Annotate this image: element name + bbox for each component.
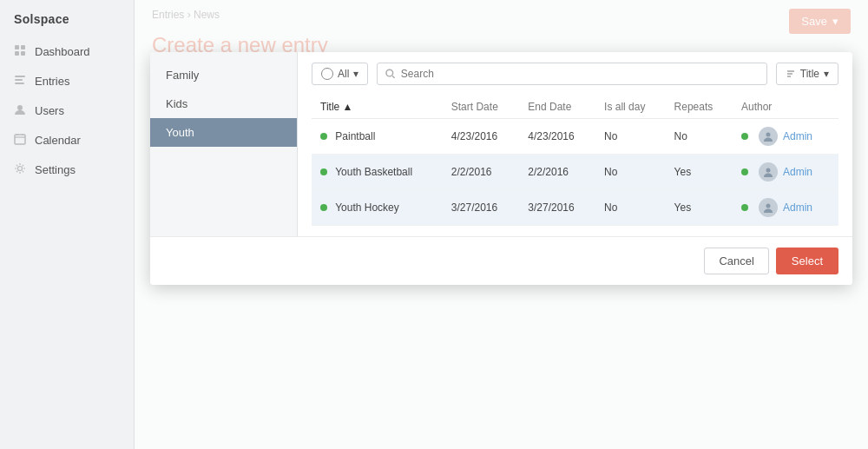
status-dot [320,204,327,211]
col-author: Author [733,96,838,119]
cell-end-date: 3/27/2016 [519,190,595,226]
sidebar-item-label: Settings [35,163,76,176]
avatar [759,127,778,146]
select-button[interactable]: Select [776,248,838,274]
svg-rect-6 [15,83,24,84]
sidebar-item-label: Calendar [35,134,81,147]
sidebar-item-entries[interactable]: Entries [0,66,134,96]
cell-start-date: 3/27/2016 [443,190,520,226]
svg-point-18 [766,133,770,137]
sidebar-item-label: Dashboard [35,45,90,58]
cell-end-date: 4/23/2016 [519,119,595,155]
cell-title: Youth Hockey [312,190,443,226]
filter-circle-icon [321,68,333,80]
svg-line-14 [393,76,395,77]
dialog-body: Family Kids Youth All ▾ [150,52,852,236]
svg-rect-5 [15,79,23,81]
search-box [377,63,766,85]
dialog-footer: Cancel Select [150,236,852,285]
dialog-sidebar-item-family[interactable]: Family [150,61,297,89]
svg-point-13 [386,69,393,76]
svg-point-12 [18,167,23,171]
cell-start-date: 2/2/2016 [443,155,520,190]
filter-label: All [338,68,349,80]
cancel-button[interactable]: Cancel [704,248,768,274]
dashboard-icon [14,44,28,58]
cell-repeats: Yes [666,190,733,226]
dialog-sidebar-item-kids[interactable]: Kids [150,89,297,118]
filter-dropdown[interactable]: All ▾ [312,63,368,85]
sidebar-item-label: Users [35,104,64,117]
entries-icon [14,74,28,88]
svg-point-19 [766,168,770,173]
sort-label: Title [800,68,819,80]
dialog-sidebar-item-youth[interactable]: Youth [150,118,297,147]
dialog-main-content: All ▾ Title ▾ [298,52,852,236]
cell-is-all-day: No [595,155,666,190]
cell-title: Paintball [312,119,443,155]
cell-title: Youth Basketball [312,155,443,190]
cell-author: Admin [733,119,838,155]
col-title: Title ▲ [312,96,443,119]
cell-repeats: No [666,119,733,155]
cell-repeats: Yes [666,155,733,190]
users-icon [14,103,28,117]
sidebar-item-calendar[interactable]: Calendar [0,125,134,155]
cell-end-date: 2/2/2016 [519,155,595,190]
entry-picker-dialog: Family Kids Youth All ▾ [150,52,852,285]
sidebar: Solspace Dashboard Entries Users Calenda… [0,0,135,449]
table-row[interactable]: Youth Hockey 3/27/2016 3/27/2016 No Yes [312,190,838,226]
cell-author: Admin [733,155,838,190]
svg-rect-3 [21,51,25,56]
entries-table: Title ▲ Start Date End Date Is all day R… [312,96,838,226]
sidebar-item-settings[interactable]: Settings [0,155,134,184]
svg-rect-1 [21,45,25,50]
cell-is-all-day: No [595,190,666,226]
col-is-all-day: Is all day [595,96,666,119]
dialog-sidebar: Family Kids Youth [150,52,298,236]
sort-by-title-button[interactable]: Title ▾ [776,63,838,85]
svg-rect-8 [15,135,25,144]
search-input[interactable] [401,68,759,80]
search-icon [385,69,396,79]
calendar-icon [14,133,28,147]
status-dot [320,168,327,175]
avatar [759,198,778,217]
avatar [759,162,778,182]
sidebar-item-users[interactable]: Users [0,96,134,125]
sort-chevron-icon: ▾ [824,68,829,80]
col-end-date: End Date [519,96,595,119]
svg-rect-0 [15,45,19,50]
app-logo: Solspace [0,0,134,36]
table-row[interactable]: Paintball 4/23/2016 4/23/2016 No No [312,119,838,155]
settings-icon [14,162,28,176]
svg-point-20 [766,204,770,208]
svg-rect-2 [15,51,19,56]
cell-is-all-day: No [595,119,666,155]
cell-author: Admin [733,190,838,226]
sidebar-item-label: Entries [35,75,69,88]
col-repeats: Repeats [666,96,733,119]
dialog-toolbar: All ▾ Title ▾ [312,63,838,85]
table-row[interactable]: Youth Basketball 2/2/2016 2/2/2016 No Ye… [312,155,838,190]
author-status-dot [741,168,748,175]
sort-icon [786,69,796,79]
svg-rect-4 [15,76,25,77]
col-start-date: Start Date [443,96,520,119]
status-dot [320,133,327,140]
author-status-dot [741,133,748,140]
main-content: Entries › News Create a new entry Save ▾… [135,0,868,449]
author-status-dot [741,204,748,211]
cell-start-date: 4/23/2016 [443,119,520,155]
svg-point-7 [17,105,23,110]
chevron-down-icon: ▾ [353,68,358,80]
sidebar-item-dashboard[interactable]: Dashboard [0,36,134,66]
